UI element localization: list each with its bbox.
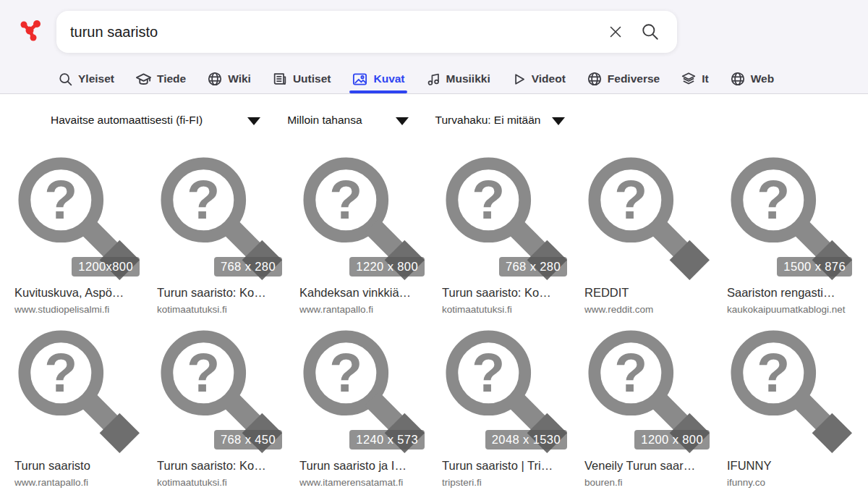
globe-icon (730, 71, 746, 87)
image-thumbnail[interactable]: 768 x 280 (157, 157, 284, 280)
tab-label: Yleiset (78, 72, 114, 85)
search-bar (56, 11, 677, 53)
image-thumbnail[interactable] (14, 330, 142, 453)
image-thumbnail[interactable] (727, 330, 854, 453)
graduation-cap-icon (135, 71, 152, 88)
tab-tiede[interactable]: Tiede (135, 64, 186, 93)
safesearch-filter-label: Turvahaku: Ei mitään (435, 114, 541, 127)
result-source: ifunny.co (727, 477, 854, 488)
tab-label: Fediverse (608, 72, 660, 85)
tab-label: Kuvat (373, 72, 404, 85)
image-size-badge: 2048 x 1530 (485, 430, 567, 450)
tab-label: Musiikki (446, 72, 490, 85)
tab-it[interactable]: It (681, 64, 708, 93)
image-size-badge: 768 x 280 (214, 257, 282, 277)
broken-image-placeholder-icon (14, 330, 142, 453)
result-source: kotimaatutuksi.fi (442, 304, 569, 315)
image-thumbnail[interactable] (584, 157, 712, 280)
image-result: 1240 x 573 Turun saaristo ja I… www.itam… (299, 330, 427, 488)
image-thumbnail[interactable]: 1220 x 800 (299, 157, 427, 280)
language-filter-label: Havaitse automaattisesti (fi-FI) (51, 114, 203, 127)
image-result: 1220 x 800 Kahdeksan vinkkiä… www.rantap… (299, 157, 427, 315)
image-result: 768 x 280 Turun saaristo: Ko… kotimaatut… (157, 157, 284, 315)
tab-kuvat[interactable]: Kuvat (352, 64, 404, 93)
result-source: kaukokaipuumatkablogi.net (727, 304, 854, 315)
image-result: 768 x 450 Turun saaristo: Ko… kotimaatut… (157, 330, 284, 488)
image-thumbnail[interactable]: 1200x800 (14, 157, 142, 280)
result-title[interactable]: Kuvituskuva, Aspö… (14, 286, 142, 300)
image-results-grid: 1200x800 Kuvituskuva, Aspö… www.studiope… (0, 127, 868, 488)
image-size-badge: 768 x 450 (214, 430, 282, 450)
image-size-badge: 768 x 280 (499, 257, 567, 277)
tab-uutiset[interactable]: Uutiset (272, 64, 331, 93)
search-submit-icon[interactable] (641, 22, 660, 41)
clear-search-icon[interactable] (608, 24, 624, 40)
tab-yleiset[interactable]: Yleiset (58, 64, 114, 93)
music-note-icon (426, 72, 441, 87)
tab-label: It (702, 72, 708, 85)
result-title[interactable]: Turun saaristo | Tri… (442, 459, 569, 473)
play-icon (511, 72, 527, 87)
tab-fediverse[interactable]: Fediverse (587, 64, 660, 93)
result-source: www.reddit.com (584, 304, 712, 315)
image-icon (352, 71, 368, 88)
image-result: IFUNNY ifunny.co (727, 330, 854, 488)
result-title[interactable]: IFUNNY (727, 459, 854, 473)
tab-label: Tiede (157, 72, 186, 85)
image-thumbnail[interactable]: 1200 x 800 (584, 330, 712, 453)
search-input[interactable] (56, 11, 608, 53)
image-size-badge: 1240 x 573 (349, 430, 425, 450)
tab-wiki[interactable]: Wiki (207, 64, 251, 93)
image-thumbnail[interactable]: 1240 x 573 (299, 330, 427, 453)
image-size-badge: 1220 x 800 (349, 257, 425, 277)
result-source: tripsteri.fi (442, 477, 569, 488)
filter-bar: Havaitse automaattisesti (fi-FI) Milloin… (0, 94, 868, 127)
result-title[interactable]: Turun saaristo ja I… (299, 459, 427, 473)
chevron-down-icon (247, 117, 260, 125)
tab-videot[interactable]: Videot (511, 64, 566, 93)
image-result: REDDIT www.reddit.com (584, 157, 712, 315)
image-thumbnail[interactable]: 1500 x 876 (727, 157, 854, 280)
image-thumbnail[interactable]: 768 x 280 (442, 157, 569, 280)
header: Yleiset Tiede Wiki Uutiset (0, 0, 868, 94)
chevron-down-icon (552, 117, 565, 125)
image-thumbnail[interactable]: 768 x 450 (157, 330, 284, 453)
result-title[interactable]: REDDIT (584, 286, 712, 300)
broken-image-placeholder-icon (727, 330, 854, 453)
tab-label: Uutiset (293, 72, 331, 85)
tab-label: Wiki (228, 72, 251, 85)
time-range-filter[interactable]: Milloin tahansa (287, 114, 408, 127)
result-title[interactable]: Veneily Turun saar… (584, 459, 712, 473)
result-source: www.itamerensatamat.fi (299, 477, 427, 488)
result-source: www.rantapallo.fi (14, 477, 142, 488)
result-title[interactable]: Turun saaristo: Ko… (442, 286, 569, 300)
newspaper-icon (272, 71, 288, 87)
result-title[interactable]: Turun saaristo: Ko… (157, 286, 284, 300)
tab-label: Videot (532, 72, 566, 85)
result-source: kotimaatutuksi.fi (157, 304, 284, 315)
image-result: 1500 x 876 Saariston rengasti… kaukokaip… (727, 157, 854, 315)
result-title[interactable]: Saariston rengasti… (727, 286, 854, 300)
tab-musiikki[interactable]: Musiikki (426, 64, 490, 93)
image-size-badge: 1200 x 800 (634, 430, 710, 450)
image-result: Turun saaristo www.rantapallo.fi (14, 330, 142, 488)
language-filter[interactable]: Havaitse automaattisesti (fi-FI) (51, 114, 260, 127)
image-result: 768 x 280 Turun saaristo: Ko… kotimaatut… (442, 157, 569, 315)
search-icon (58, 72, 73, 87)
broken-image-placeholder-icon (584, 157, 712, 280)
result-source: bouren.fi (584, 477, 712, 488)
result-title[interactable]: Turun saaristo (14, 459, 142, 473)
image-thumbnail[interactable]: 2048 x 1530 (442, 330, 569, 453)
app-logo-icon[interactable] (18, 18, 43, 44)
image-size-badge: 1500 x 876 (777, 257, 852, 277)
result-title[interactable]: Kahdeksan vinkkiä… (299, 286, 427, 300)
image-result: 1200 x 800 Veneily Turun saar… bouren.fi (584, 330, 712, 488)
tab-web[interactable]: Web (730, 64, 774, 93)
result-source: kotimaatutuksi.fi (157, 477, 284, 488)
image-result: 1200x800 Kuvituskuva, Aspö… www.studiope… (14, 157, 142, 315)
tab-label: Web (751, 72, 774, 85)
result-title[interactable]: Turun saaristo: Ko… (157, 459, 284, 473)
image-result: 2048 x 1530 Turun saaristo | Tri… tripst… (442, 330, 569, 488)
layers-icon (681, 71, 697, 87)
safesearch-filter[interactable]: Turvahaku: Ei mitään (435, 114, 566, 127)
